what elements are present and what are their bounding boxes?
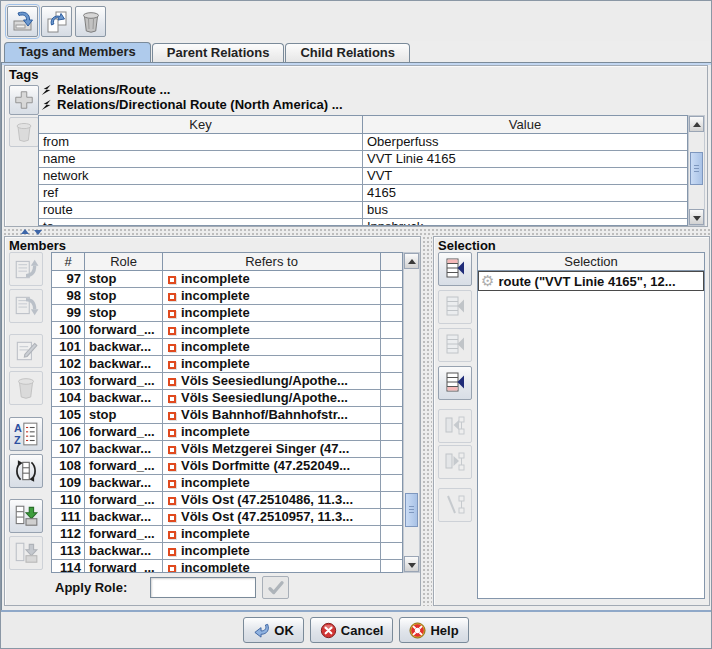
member-num-cell[interactable]: 98 [52, 288, 85, 305]
member-role-cell[interactable]: backwar... [85, 543, 163, 560]
preset-link[interactable]: Relations/Directional Route (North Ameri… [41, 97, 343, 112]
preset-link[interactable]: Relations/Route ... [41, 82, 343, 97]
member-num-cell[interactable]: 109 [52, 475, 85, 492]
member-num-cell[interactable]: 101 [52, 339, 85, 356]
member-refers-cell[interactable]: Völs Metzgerei Singer (47... [163, 441, 381, 458]
member-row[interactable]: 102 backwar... incomplete [52, 356, 402, 373]
tag-key-cell[interactable]: route [39, 202, 363, 219]
member-extra-cell[interactable] [381, 390, 402, 407]
scroll-up-icon[interactable] [404, 253, 419, 269]
tag-value-cell[interactable]: bus [363, 202, 687, 219]
member-role-cell[interactable]: stop [85, 288, 163, 305]
add-selection-before-button[interactable] [438, 290, 472, 324]
vertical-splitter[interactable] [422, 236, 432, 606]
member-row[interactable]: 108 forward_... Völs Dorfmitte (47.25204… [52, 458, 402, 475]
move-member-down-button[interactable] [9, 289, 43, 323]
tags-scrollbar-thumb[interactable] [690, 152, 703, 185]
member-role-cell[interactable]: backwar... [85, 509, 163, 526]
member-extra-cell[interactable] [381, 492, 402, 509]
member-row[interactable]: 114 forward_... incomplete [52, 560, 402, 573]
scroll-down-icon[interactable] [689, 209, 704, 225]
tab-tags-and-members[interactable]: Tags and Members [4, 42, 151, 62]
member-refers-cell[interactable]: incomplete [163, 271, 381, 288]
tag-row[interactable]: from Oberperfuss [39, 134, 687, 151]
member-role-cell[interactable]: stop [85, 271, 163, 288]
member-row[interactable]: 106 forward_... incomplete [52, 424, 402, 441]
tab-child-relations[interactable]: Child Relations [285, 43, 410, 62]
tag-row[interactable]: to Innsbruck [39, 219, 687, 226]
reverse-members-button[interactable] [9, 454, 43, 488]
tag-row[interactable]: ref 4165 [39, 185, 687, 202]
member-num-cell[interactable]: 97 [52, 271, 85, 288]
member-refers-cell[interactable]: Völs Ost (47.2510957, 11.3... [163, 509, 381, 526]
tag-key-cell[interactable]: to [39, 219, 363, 226]
member-role-cell[interactable]: stop [85, 407, 163, 424]
member-extra-cell[interactable] [381, 356, 402, 373]
members-column-num[interactable]: # [52, 253, 85, 271]
member-row[interactable]: 103 forward_... Völs Seesiedlung/Apothe.… [52, 373, 402, 390]
member-role-cell[interactable]: stop [85, 305, 163, 322]
member-role-cell[interactable]: forward_... [85, 492, 163, 509]
member-extra-cell[interactable] [381, 288, 402, 305]
tab-parent-relations[interactable]: Parent Relations [152, 43, 285, 62]
splitter-collapse-up-icon[interactable] [21, 229, 29, 234]
member-row[interactable]: 105 stop Völs Bahnhof/Bahnhofstr... [52, 407, 402, 424]
tag-key-cell[interactable]: network [39, 168, 363, 185]
member-refers-cell[interactable]: incomplete [163, 339, 381, 356]
splitter-collapse-down-icon[interactable] [34, 230, 42, 235]
apply-changes-button[interactable] [7, 6, 38, 37]
member-role-cell[interactable]: forward_... [85, 373, 163, 390]
tag-row[interactable]: route bus [39, 202, 687, 219]
tag-value-cell[interactable]: Oberperfuss [363, 134, 687, 151]
tag-key-cell[interactable]: from [39, 134, 363, 151]
member-num-cell[interactable]: 103 [52, 373, 85, 390]
remove-member-button[interactable] [9, 371, 43, 405]
refresh-relation-button[interactable] [41, 6, 72, 37]
member-num-cell[interactable]: 105 [52, 407, 85, 424]
member-role-cell[interactable]: backwar... [85, 356, 163, 373]
member-row[interactable]: 113 backwar... incomplete [52, 543, 402, 560]
member-refers-cell[interactable]: Völs Seesiedlung/Apothe... [163, 373, 381, 390]
add-selection-at-top-button[interactable] [438, 252, 472, 286]
download-members-button[interactable] [9, 499, 43, 533]
apply-role-input[interactable] [150, 577, 256, 598]
member-refers-cell[interactable]: incomplete [163, 560, 381, 573]
member-role-cell[interactable]: forward_... [85, 560, 163, 573]
member-num-cell[interactable]: 107 [52, 441, 85, 458]
member-extra-cell[interactable] [381, 475, 402, 492]
horizontal-splitter[interactable] [3, 228, 711, 236]
add-selection-at-end-button[interactable] [438, 366, 472, 400]
tags-column-key[interactable]: Key [39, 116, 363, 134]
member-row[interactable]: 112 forward_... incomplete [52, 526, 402, 543]
add-selection-after-button[interactable] [438, 328, 472, 362]
member-extra-cell[interactable] [381, 305, 402, 322]
help-button[interactable]: Help [399, 617, 468, 643]
cancel-button[interactable]: Cancel [310, 617, 394, 643]
tag-key-cell[interactable]: name [39, 151, 363, 168]
member-num-cell[interactable]: 110 [52, 492, 85, 509]
member-row[interactable]: 101 backwar... incomplete [52, 339, 402, 356]
tag-value-cell[interactable]: VVT [363, 168, 687, 185]
apply-role-confirm-button[interactable] [262, 576, 289, 599]
member-extra-cell[interactable] [381, 339, 402, 356]
tags-column-value[interactable]: Value [363, 116, 687, 134]
member-extra-cell[interactable] [381, 543, 402, 560]
member-extra-cell[interactable] [381, 509, 402, 526]
member-row[interactable]: 109 backwar... incomplete [52, 475, 402, 492]
member-refers-cell[interactable]: Völs Seesiedlung/Apothe... [163, 390, 381, 407]
member-row[interactable]: 110 forward_... Völs Ost (47.2510486, 11… [52, 492, 402, 509]
download-selected-members-button[interactable] [9, 536, 43, 570]
move-member-up-button[interactable] [9, 252, 43, 286]
member-row[interactable]: 98 stop incomplete [52, 288, 402, 305]
member-num-cell[interactable]: 106 [52, 424, 85, 441]
member-num-cell[interactable]: 102 [52, 356, 85, 373]
edit-member-button[interactable] [9, 334, 43, 368]
member-extra-cell[interactable] [381, 373, 402, 390]
member-refers-cell[interactable]: incomplete [163, 322, 381, 339]
member-num-cell[interactable]: 114 [52, 560, 85, 573]
member-refers-cell[interactable]: Völs Dorfmitte (47.252049... [163, 458, 381, 475]
select-next-member-button[interactable] [438, 445, 472, 479]
member-row[interactable]: 107 backwar... Völs Metzgerei Singer (47… [52, 441, 402, 458]
member-refers-cell[interactable]: incomplete [163, 543, 381, 560]
members-scrollbar-thumb[interactable] [405, 493, 418, 527]
